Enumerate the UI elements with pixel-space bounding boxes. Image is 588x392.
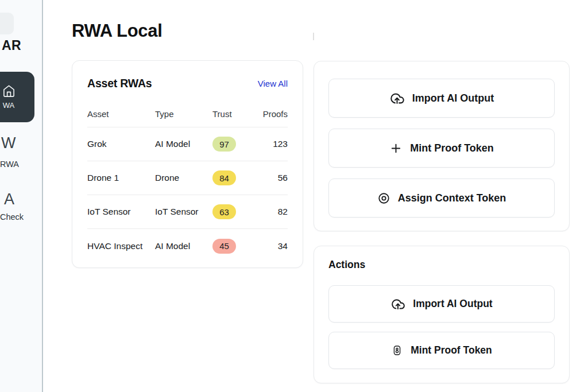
trust-score-badge: 97 [212,137,236,152]
sidebar-item-label-fragment[interactable]: RWA [0,160,19,169]
asset-type: IoT Sensor [155,207,212,217]
brand-text: AR [2,38,21,53]
upload-cloud-icon [389,91,405,106]
import-ai-output-button[interactable]: Import AI Output [328,285,555,323]
sidebar-item-icon-fragment[interactable]: A [4,191,14,208]
table-row: Grok AI Model 97 123 [87,127,288,161]
sidebar-item-icon-fragment[interactable]: W [1,134,16,152]
button-label: Import AI Output [413,298,492,310]
asset-name: HVAC Inspect [87,241,155,251]
asset-rwas-card: Asset RWAs View All Asset Type Trust Pro… [72,60,303,268]
button-label: Assign Context Token [398,192,506,204]
mint-proof-token-button[interactable]: Mint Proof Token [328,129,555,168]
page-title: RWA Local [72,21,163,41]
assign-context-token-button[interactable]: Assign Context Token [328,178,555,218]
column-header-type: Type [155,109,212,119]
asset-type: AI Model [155,241,212,251]
button-label: Mint Proof Token [410,142,494,154]
trust-score-badge: 63 [212,204,236,219]
sidebar-item-label-fragment[interactable]: Check [0,212,24,222]
asset-type: AI Model [155,139,212,149]
app-logo [0,13,14,34]
upload-cloud-icon [390,297,405,312]
proofs-count: 123 [273,139,288,149]
actions-card: Actions Import AI Output Mint Proof Toke… [314,246,570,383]
asset-name: Drone 1 [87,173,155,183]
view-all-link[interactable]: View All [258,79,288,88]
asset-name: Grok [87,139,155,149]
home-icon [2,84,16,98]
sidebar-item-rwa-active[interactable]: WA [0,72,34,122]
sidebar-item-label: WA [3,101,14,110]
quick-actions-card: Import AI Output Mint Proof Token Assign… [314,61,570,231]
column-header-trust: Trust [212,109,254,119]
table-row: HVAC Inspect AI Model 45 34 [87,229,288,263]
circle-dot-icon [377,192,390,205]
button-label: Import AI Output [412,92,494,104]
token-badge-icon [391,344,403,356]
mint-proof-token-button[interactable]: Mint Proof Token [328,332,555,369]
actions-card-title: Actions [328,259,555,271]
trust-score-badge: 84 [212,170,236,185]
column-header-asset: Asset [87,109,155,119]
asset-type: Drone [155,173,212,183]
proofs-count: 56 [278,173,288,183]
table-row: Drone 1 Drone 84 56 [87,161,288,195]
import-ai-output-button[interactable]: Import AI Output [328,79,555,118]
trust-score-badge: 45 [212,239,236,254]
proofs-count: 34 [278,241,288,251]
text-cursor-artifact [313,33,314,40]
asset-name: IoT Sensor [87,207,155,217]
table-header-row: Asset Type Trust Proofs [87,101,288,127]
asset-card-title: Asset RWAs [87,77,152,90]
sidebar: AR WA W RWA A Check [0,0,43,392]
column-header-proofs: Proofs [263,109,288,119]
table-row: IoT Sensor IoT Sensor 63 82 [87,195,288,229]
button-label: Mint Proof Token [411,344,492,356]
proofs-count: 82 [278,207,288,217]
app-window: AR WA W RWA A Check RWA Local Asset RWAs… [0,0,588,392]
plus-icon [389,142,403,155]
